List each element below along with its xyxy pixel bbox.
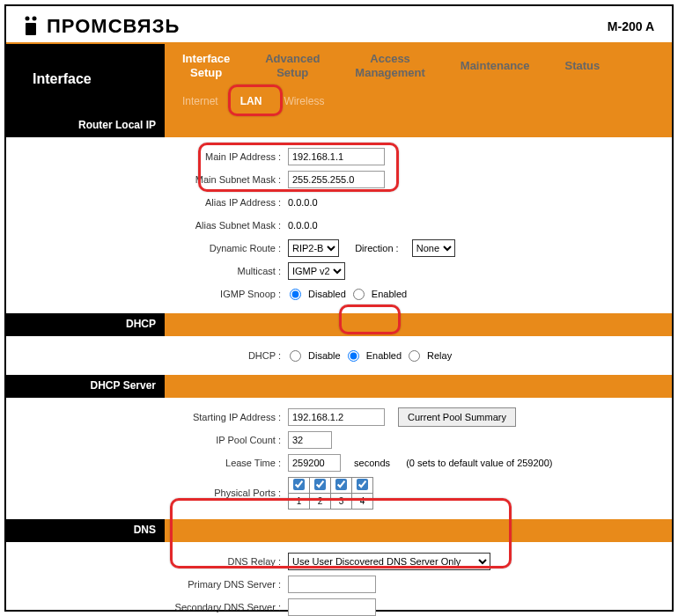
logo: ПРОМСВЯЗЬ [24,15,180,38]
label-direction: Direction : [355,243,399,253]
value-alias-ip: 0.0.0.0 [288,197,318,208]
label-dyn-route: Dynamic Route : [6,243,288,253]
subtab-wireless[interactable]: Wireless [284,95,324,107]
label-main-mask: Main Subnet Mask : [6,174,288,185]
button-pool-summary[interactable]: Current Pool Summary [398,407,516,427]
nav-title: Interface [6,44,165,114]
radio-snoop-disabled[interactable] [290,289,301,300]
tabs-main: Interface Setup Advanced Setup Access Ma… [165,44,672,88]
label-alias-mask: Alias Subnet Mask : [6,220,288,231]
label-primary-dns: Primary DNS Server : [6,579,288,590]
label-igmp-snoop: IGMP Snoop : [6,289,288,299]
check-port-1[interactable] [293,479,305,490]
tab-maintenance[interactable]: Maintenance [443,59,548,73]
tab-advanced-setup[interactable]: Advanced Setup [247,52,337,79]
label-dhcp: DHCP : [6,350,288,361]
label-phys-ports: Physical Ports : [6,488,288,498]
section-dhcp: DHCP [6,313,165,336]
check-port-3[interactable] [335,479,347,490]
radio-dhcp-disable[interactable] [290,350,301,362]
tab-access-management[interactable]: Access Management [337,52,442,79]
check-port-2[interactable] [314,479,326,490]
label-main-ip: Main IP Address : [6,151,288,162]
subtab-internet[interactable]: Internet [182,95,218,107]
section-dns: DNS [6,519,165,542]
input-lease[interactable] [288,454,341,472]
input-main-ip[interactable] [288,148,385,165]
radio-dhcp-relay[interactable] [409,350,420,362]
label-alias-ip: Alias IP Address : [6,197,288,208]
select-dns-relay[interactable]: Use User Discovered DNS Server Only [288,553,490,570]
input-pool-count[interactable] [288,431,332,449]
label-pool-count: IP Pool Count : [6,435,288,445]
model-label: M-200 A [608,19,654,33]
tab-interface-setup[interactable]: Interface Setup [165,52,247,79]
input-primary-dns[interactable] [288,576,376,593]
tabs-sub: Internet LAN Wireless [165,88,672,114]
input-start-ip[interactable] [288,408,385,426]
check-port-4[interactable] [357,479,368,490]
label-start-ip: Starting IP Address : [6,412,288,422]
header: ПРОМСВЯЗЬ M-200 A [6,6,672,44]
radio-dhcp-enabled[interactable] [348,350,359,362]
content: Router Local IP Main IP Address : Main S… [6,114,672,616]
label-lease: Lease Time : [6,458,288,468]
label-dns-relay: DNS Relay : [6,556,288,567]
input-secondary-dns[interactable] [288,598,376,616]
label-secondary-dns: Secondary DNS Server : [6,602,288,612]
ports-table: 1234 [288,477,373,510]
value-alias-mask: 0.0.0.0 [288,220,318,231]
svg-point-0 [26,17,30,21]
radio-snoop-enabled[interactable] [353,289,365,300]
svg-point-1 [33,17,37,21]
section-dhcp-server: DHCP Server [6,375,165,398]
logo-icon [24,16,41,37]
select-multicast[interactable]: IGMP v2 [288,262,345,280]
subtab-lan[interactable]: LAN [240,95,262,107]
tab-status[interactable]: Status [548,59,618,73]
select-direction[interactable]: None [412,239,455,257]
select-dyn-route[interactable]: RIP2-B [288,239,339,257]
section-router-ip: Router Local IP [6,114,165,137]
logo-text: ПРОМСВЯЗЬ [47,15,180,38]
navbar: Interface Interface Setup Advanced Setup… [6,44,672,114]
label-multicast: Multicast : [6,266,288,276]
svg-rect-2 [26,23,36,35]
input-main-mask[interactable] [288,171,385,188]
